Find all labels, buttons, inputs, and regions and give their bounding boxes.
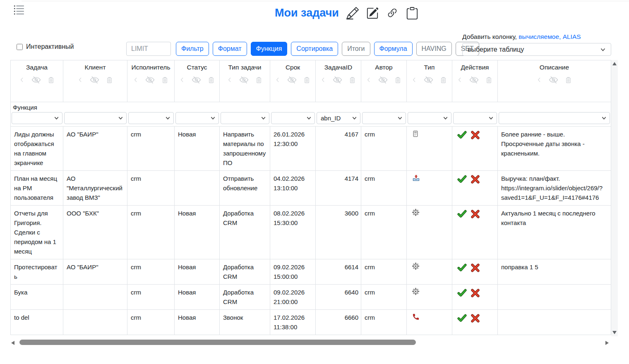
cancel-icon[interactable] — [471, 130, 480, 140]
delete-column-icon[interactable] — [485, 75, 493, 85]
confirm-icon[interactable] — [457, 209, 467, 219]
hide-column-icon[interactable] — [423, 75, 434, 85]
add-alias-link[interactable]: ALIAS — [563, 33, 581, 40]
toolbar-buttons: Фильтр Формат Функция Сортировка Итоги Ф… — [176, 42, 479, 56]
table-row: Протестировать АО "БАИР" crm Новая Дораб… — [11, 259, 611, 284]
vertical-scrollbar[interactable] — [611, 60, 618, 336]
table-select[interactable]: выберите таблицу — [462, 43, 611, 56]
column-header-label: Тип — [407, 64, 452, 71]
function-select[interactable] — [12, 112, 62, 124]
table-row: Бука crm Новая Доработка CRM 09.02.2026 … — [11, 284, 611, 309]
delete-column-icon[interactable] — [348, 75, 356, 85]
back-icon[interactable] — [366, 75, 372, 85]
back-icon[interactable] — [275, 75, 281, 85]
cancel-icon[interactable] — [471, 209, 480, 219]
delete-column-icon[interactable] — [255, 75, 263, 85]
hide-column-icon[interactable] — [191, 75, 202, 85]
cell-due: 09.02.2026 15:00:00 — [270, 259, 316, 284]
table-row: Отчеты для Григория. Сделки с периодом н… — [11, 205, 611, 259]
cancel-icon[interactable] — [471, 263, 480, 273]
limit-input[interactable] — [126, 42, 171, 56]
cell-status: Новая — [175, 310, 220, 335]
cell-client — [63, 285, 127, 309]
confirm-icon[interactable] — [457, 314, 467, 323]
clipboard-icon[interactable] — [406, 7, 418, 19]
delete-column-icon[interactable] — [47, 75, 55, 85]
chevron-down-icon — [443, 115, 448, 121]
function-select[interactable] — [362, 112, 406, 124]
hide-column-icon[interactable] — [286, 75, 298, 85]
scroll-right-arrow[interactable] — [605, 341, 609, 345]
function-select[interactable] — [271, 112, 315, 124]
pencil-square-icon[interactable] — [366, 7, 379, 19]
function-button[interactable]: Функция — [251, 42, 288, 56]
back-icon[interactable] — [227, 75, 233, 85]
scroll-left-arrow[interactable] — [11, 341, 14, 345]
delete-column-icon[interactable] — [207, 75, 215, 85]
function-select[interactable] — [453, 112, 497, 124]
back-icon[interactable] — [536, 75, 543, 85]
hide-column-icon[interactable] — [89, 75, 100, 85]
hide-column-icon[interactable] — [548, 75, 559, 85]
delete-column-icon[interactable] — [564, 75, 572, 85]
function-select[interactable] — [175, 112, 219, 124]
function-select[interactable] — [64, 112, 127, 124]
delete-column-icon[interactable] — [439, 75, 447, 85]
function-select[interactable] — [408, 112, 451, 124]
table-row: to del crm Новая Звонок 17.02.2026 11:38… — [11, 309, 611, 335]
confirm-icon[interactable] — [457, 288, 467, 298]
function-select[interactable] — [221, 112, 269, 124]
pencil-icon[interactable] — [346, 7, 359, 19]
hide-column-icon[interactable] — [238, 75, 250, 85]
add-column-block: Добавить колонку, вычисляемое, ALIAS выб… — [462, 33, 611, 56]
function-select[interactable]: abn_ID — [317, 112, 360, 124]
delete-column-icon[interactable] — [161, 75, 169, 85]
confirm-icon[interactable] — [457, 263, 467, 273]
table-row: Лиды должны отображаться на главном экра… — [11, 126, 611, 170]
back-icon[interactable] — [19, 75, 25, 85]
horizontal-scroll-thumb[interactable] — [19, 340, 416, 345]
back-icon[interactable] — [77, 75, 84, 85]
confirm-icon[interactable] — [457, 175, 467, 184]
cancel-icon[interactable] — [471, 175, 480, 184]
format-button[interactable]: Формат — [213, 42, 247, 56]
formula-button[interactable]: Формула — [374, 42, 413, 56]
table-row: План на месяц на РМ пользователя АО "Мет… — [11, 170, 611, 205]
cell-author: crm — [361, 285, 407, 309]
hide-column-icon[interactable] — [332, 75, 343, 85]
delete-column-icon[interactable] — [303, 75, 311, 85]
hide-column-icon[interactable] — [468, 75, 480, 85]
scroll-up-arrow[interactable] — [612, 62, 617, 65]
filter-button[interactable]: Фильтр — [176, 42, 209, 56]
cancel-icon[interactable] — [471, 288, 480, 298]
interactive-toggle[interactable]: Интерактивный — [17, 43, 74, 50]
list-menu-icon[interactable] — [13, 4, 25, 15]
chevron-down-icon — [306, 115, 312, 121]
delete-column-icon[interactable] — [394, 75, 402, 85]
hide-column-icon[interactable] — [31, 75, 42, 85]
cell-description: поправка 1 5 — [498, 259, 611, 284]
interactive-checkbox[interactable] — [17, 44, 23, 50]
cell-type — [407, 310, 452, 335]
back-icon[interactable] — [133, 75, 139, 85]
back-icon[interactable] — [411, 75, 418, 85]
cell-client: ООО "БХК" — [63, 206, 127, 259]
back-icon[interactable] — [320, 75, 327, 85]
confirm-icon[interactable] — [457, 130, 467, 140]
having-button[interactable]: HAVING — [416, 42, 452, 56]
back-icon[interactable] — [179, 75, 185, 85]
link-icon[interactable] — [386, 7, 399, 19]
scroll-down-arrow[interactable] — [612, 331, 617, 334]
function-select-cell — [220, 112, 270, 124]
delete-column-icon[interactable] — [106, 75, 113, 85]
cancel-icon[interactable] — [471, 314, 480, 323]
function-select[interactable] — [128, 112, 174, 124]
function-select[interactable] — [499, 112, 610, 124]
horizontal-scrollbar[interactable] — [10, 339, 610, 347]
sort-button[interactable]: Сортировка — [291, 42, 338, 56]
hide-column-icon[interactable] — [144, 75, 156, 85]
back-icon[interactable] — [457, 75, 463, 85]
hide-column-icon[interactable] — [377, 75, 389, 85]
add-calculated-link[interactable]: вычисляемое, — [519, 33, 561, 40]
totals-button[interactable]: Итоги — [342, 42, 370, 56]
